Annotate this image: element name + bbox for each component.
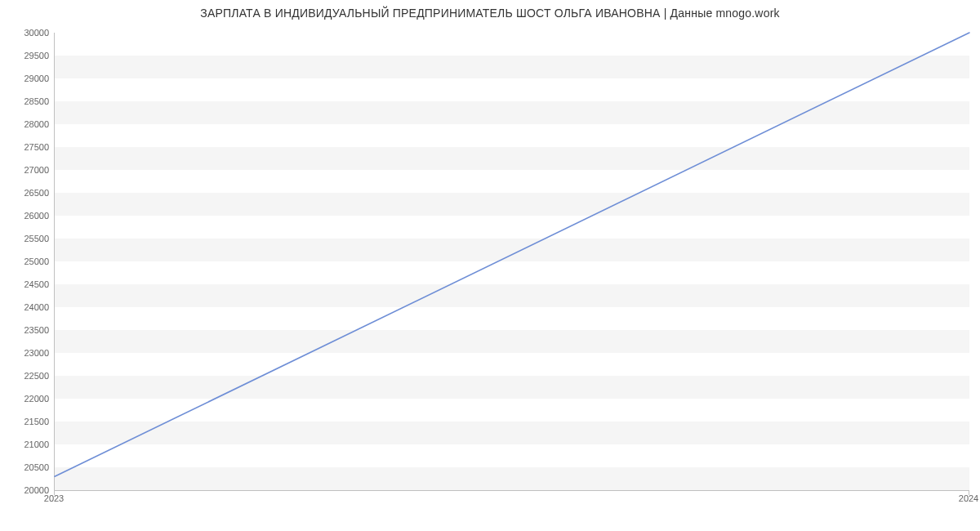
plot-area — [54, 33, 969, 491]
y-tick-label: 28000 — [5, 119, 49, 129]
y-tick-label: 23500 — [5, 325, 49, 335]
x-tick-label: 2024 — [959, 493, 978, 503]
y-tick-label: 28500 — [5, 96, 49, 106]
y-tick-label: 27500 — [5, 142, 49, 152]
y-tick-label: 27000 — [5, 165, 49, 175]
y-tick-label: 25500 — [5, 234, 49, 243]
y-tick-label: 21500 — [5, 417, 49, 426]
salary-line-chart: ЗАРПЛАТА В ИНДИВИДУАЛЬНЫЙ ПРЕДПРИНИМАТЕЛ… — [0, 0, 980, 531]
y-tick-label: 29500 — [5, 51, 49, 60]
y-tick-label: 22000 — [5, 394, 49, 404]
y-tick-label: 29000 — [5, 74, 49, 83]
data-line — [55, 33, 969, 490]
y-tick-label: 20000 — [5, 485, 49, 495]
y-tick-label: 24000 — [5, 302, 49, 312]
series-line — [55, 33, 969, 476]
y-tick-label: 26500 — [5, 188, 49, 198]
chart-title: ЗАРПЛАТА В ИНДИВИДУАЛЬНЫЙ ПРЕДПРИНИМАТЕЛ… — [0, 7, 980, 20]
y-tick-label: 25000 — [5, 257, 49, 266]
y-tick-label: 22500 — [5, 371, 49, 381]
x-tick-label: 2023 — [44, 493, 64, 503]
y-tick-label: 21000 — [5, 440, 49, 449]
y-tick-label: 24500 — [5, 279, 49, 289]
y-tick-label: 20500 — [5, 462, 49, 472]
y-tick-label: 23000 — [5, 348, 49, 358]
y-tick-label: 30000 — [5, 28, 49, 38]
y-tick-label: 26000 — [5, 211, 49, 221]
